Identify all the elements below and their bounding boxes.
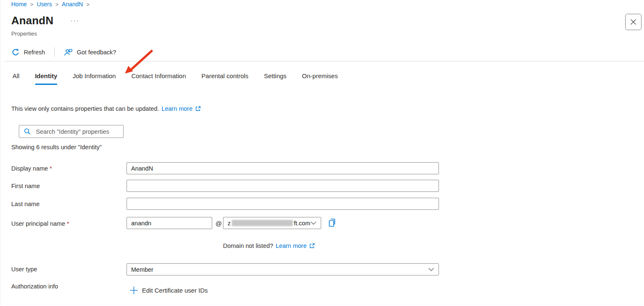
- close-icon: [630, 18, 637, 26]
- external-link-icon: [309, 243, 315, 249]
- user-type-dropdown[interactable]: Member: [127, 263, 439, 275]
- user-principal-name-label: User principal name*: [11, 220, 69, 227]
- feedback-person-icon: [64, 48, 73, 57]
- search-field[interactable]: [19, 125, 124, 138]
- upn-at-sign: @: [216, 220, 222, 227]
- refresh-icon: [11, 48, 20, 57]
- command-bar: Refresh Got feedback?: [11, 46, 116, 59]
- authorization-info-label: Authorization info: [11, 283, 58, 290]
- user-type-value: Member: [131, 266, 153, 273]
- page-subtitle: Properties: [11, 31, 37, 37]
- external-link-icon: [195, 106, 201, 112]
- search-results-count: Showing 6 results under "Identity": [11, 144, 102, 150]
- domain-text-end: ft.com: [294, 220, 310, 227]
- last-name-label: Last name: [11, 201, 40, 207]
- search-input[interactable]: [36, 128, 121, 135]
- chevron-down-icon: [428, 268, 434, 271]
- feedback-label: Got feedback?: [77, 49, 116, 56]
- user-type-label: User type: [11, 266, 37, 273]
- edit-certificate-user-ids-label: Edit Certificate user IDs: [142, 287, 208, 294]
- close-button[interactable]: [625, 14, 641, 30]
- breadcrumb-separator: >: [56, 1, 59, 8]
- copy-upn-button[interactable]: [327, 218, 337, 228]
- breadcrumb-separator: >: [30, 1, 33, 8]
- breadcrumb-home-link[interactable]: Home: [11, 1, 27, 8]
- got-feedback-button[interactable]: Got feedback?: [64, 48, 116, 57]
- tab-all[interactable]: All: [13, 72, 20, 85]
- page-title: AnandN: [11, 14, 53, 27]
- breadcrumb-users-link[interactable]: Users: [37, 1, 52, 8]
- display-name-input[interactable]: [127, 162, 439, 174]
- tab-on-premises[interactable]: On-premises: [302, 72, 338, 85]
- breadcrumb-anandn-link[interactable]: AnandN: [62, 1, 83, 8]
- more-options-button[interactable]: ···: [71, 17, 79, 24]
- copy-icon: [327, 218, 337, 228]
- redacted-domain-blur: [232, 220, 292, 226]
- breadcrumb: Home > Users > AnandN >: [11, 1, 89, 8]
- required-marker: *: [67, 220, 69, 227]
- user-principal-name-input[interactable]: [127, 217, 212, 229]
- toolbar-bottom-divider: [5, 61, 644, 61]
- required-marker: *: [50, 165, 52, 172]
- search-icon: [23, 128, 31, 135]
- tab-identity[interactable]: Identity: [35, 72, 57, 85]
- info-message: This view only contains properties that …: [11, 105, 201, 112]
- refresh-button[interactable]: Refresh: [11, 48, 45, 57]
- first-name-input[interactable]: [127, 180, 439, 192]
- tab-settings[interactable]: Settings: [264, 72, 287, 85]
- edit-certificate-user-ids-button[interactable]: Edit Certificate user IDs: [129, 286, 208, 295]
- property-category-tabs: All Identity Job Information Contact Inf…: [13, 72, 338, 85]
- breadcrumb-separator: >: [86, 1, 90, 8]
- info-learn-more-link[interactable]: Learn more: [162, 105, 193, 112]
- info-text: This view only contains properties that …: [11, 105, 159, 112]
- tab-contact-information[interactable]: Contact Information: [131, 72, 186, 85]
- chevron-down-icon: [310, 221, 317, 225]
- domain-learn-more-link[interactable]: Learn more: [276, 242, 307, 249]
- display-name-label: Display name*: [11, 165, 52, 172]
- tab-job-information[interactable]: Job Information: [73, 72, 116, 85]
- domain-note: Domain not listed? Learn more: [223, 242, 315, 249]
- domain-note-text: Domain not listed?: [223, 242, 273, 249]
- plus-icon: [129, 286, 138, 295]
- toolbar-divider: [54, 47, 55, 57]
- upn-domain-dropdown[interactable]: z ft.com: [223, 217, 321, 229]
- domain-text-start: z: [228, 220, 231, 227]
- first-name-label: First name: [11, 183, 40, 189]
- user-properties-page: Home > Users > AnandN > AnandN ··· Prope…: [0, 0, 644, 306]
- refresh-label: Refresh: [24, 49, 45, 56]
- tab-parental-controls[interactable]: Parental controls: [201, 72, 248, 85]
- last-name-input[interactable]: [127, 198, 439, 210]
